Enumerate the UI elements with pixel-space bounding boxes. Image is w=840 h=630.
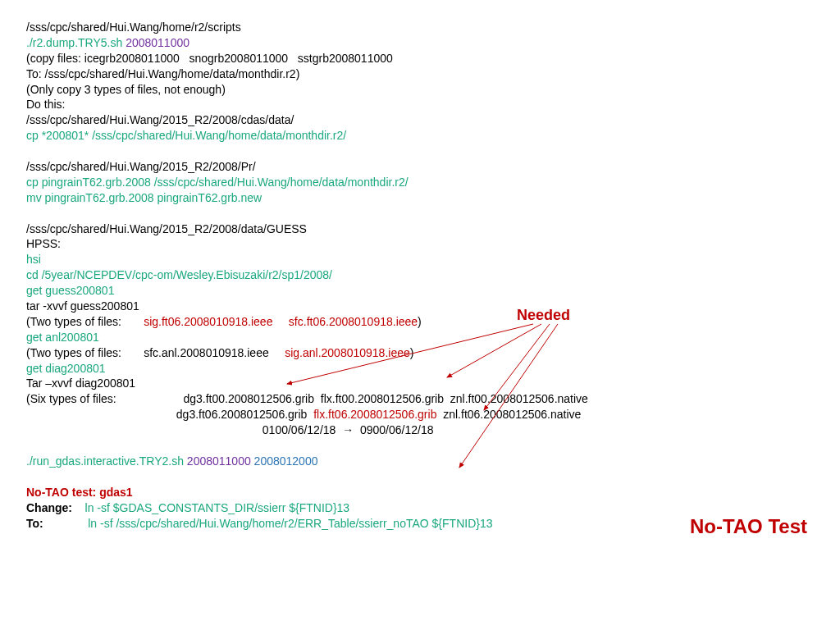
line: cd /5year/NCEPDEV/cpc-om/Wesley.Ebisuzak…: [26, 267, 814, 283]
text: ./run_gdas.interactive.TRY2.sh: [26, 454, 187, 468]
text: cd /5year/NCEPDEV/cpc-om/Wesley.Ebisuzak…: [26, 268, 332, 281]
text: 2008011000: [126, 36, 189, 49]
text: get guess200801: [26, 284, 114, 297]
text: Do this:: [26, 98, 65, 111]
text: 0100/06/12/18 → 0900/06/12/18: [26, 423, 433, 436]
line: To: /sss/cpc/shared/Hui.Wang/home/data/m…: [26, 66, 814, 82]
text: 2008012000: [254, 454, 318, 468]
line: (Six types of files: dg3.ft00.2008012506…: [26, 391, 814, 407]
text: cp pingrainT62.grb.2008 /sss/cpc/shared/…: [26, 176, 409, 189]
line: cp pingrainT62.grb.2008 /sss/cpc/shared/…: [26, 175, 814, 190]
text: (Two types of files: sfc.anl.2008010918.…: [26, 346, 285, 359]
text: Tar –xvvf diag200801: [26, 377, 135, 390]
heading: No-TAO test: gdas1: [26, 486, 133, 499]
text: flx.ft06.2008012506.grib: [313, 408, 436, 421]
text: (Only copy 3 types of files, not enough): [26, 83, 226, 96]
line: /sss/cpc/shared/Hui.Wang/home/r2/scripts: [26, 20, 814, 35]
line: ./run_gdas.interactive.TRY2.sh 200801100…: [26, 454, 814, 469]
needed-label: Needed: [517, 305, 570, 325]
text: 2008011000: [187, 454, 254, 468]
line: dg3.ft06.2008012506.grib flx.ft06.200801…: [26, 407, 814, 422]
line: (Only copy 3 types of files, not enough): [26, 82, 814, 98]
line: /sss/cpc/shared/Hui.Wang/2015_R2/2008/da…: [26, 221, 814, 237]
line: /sss/cpc/shared/Hui.Wang/2015_R2/2008/Pr…: [26, 159, 814, 175]
blank: [26, 469, 814, 485]
text: hsi: [26, 253, 41, 266]
line: (Two types of files: sfc.anl.2008010918.…: [26, 345, 814, 361]
blank: [26, 206, 814, 221]
text: /sss/cpc/shared/Hui.Wang/home/r2/scripts: [26, 21, 241, 34]
label: To:: [26, 517, 43, 530]
text: (Two types of files:: [26, 315, 144, 328]
line: ./r2.dump.TRY5.sh 2008011000: [26, 35, 814, 51]
text: To: /sss/cpc/shared/Hui.Wang/home/data/m…: [26, 67, 299, 80]
text: tar -xvvf guess200801: [26, 299, 139, 313]
text: /sss/cpc/shared/Hui.Wang/2015_R2/2008/cd…: [26, 113, 294, 126]
text: (Six types of files: dg3.ft00.2008012506…: [26, 392, 588, 405]
line: HPSS:: [26, 236, 814, 252]
line: get anl200801: [26, 330, 814, 345]
line: cp *200801* /sss/cpc/shared/Hui.Wang/hom…: [26, 128, 814, 144]
text: znl.ft06.2008012506.native: [436, 408, 581, 421]
text: HPSS:: [26, 237, 61, 250]
blank: [26, 144, 814, 159]
text: /sss/cpc/shared/Hui.Wang/2015_R2/2008/da…: [26, 222, 307, 235]
text: sig.ft06.2008010918.ieee sfc.ft06.200801…: [144, 315, 418, 328]
line: hsi: [26, 252, 814, 267]
blank: [26, 438, 814, 454]
text: sig.anl.2008010918.ieee: [285, 346, 410, 359]
line: /sss/cpc/shared/Hui.Wang/2015_R2/2008/cd…: [26, 112, 814, 128]
text: get diag200801: [26, 362, 106, 375]
line: get diag200801: [26, 361, 814, 377]
text: ./r2.dump.TRY5.sh: [26, 36, 126, 49]
line: No-TAO test: gdas1: [26, 485, 814, 500]
text: cp *200801* /sss/cpc/shared/Hui.Wang/hom…: [26, 129, 346, 142]
text: mv pingrainT62.grb.2008 pingrainT62.grb.…: [26, 191, 262, 204]
line: get guess200801: [26, 283, 814, 299]
line: (Two types of files: sig.ft06.2008010918…: [26, 314, 814, 330]
line: Do this:: [26, 97, 814, 112]
text: dg3.ft06.2008012506.grib: [26, 408, 313, 421]
line: Tar –xvvf diag200801: [26, 376, 814, 391]
text: ): [410, 346, 414, 359]
text: ln -sf $GDAS_CONSTANTS_DIR/ssierr ${FTNI…: [72, 501, 349, 514]
text: get anl200801: [26, 331, 99, 344]
label: Change:: [26, 501, 72, 514]
line: 0100/06/12/18 → 0900/06/12/18: [26, 422, 814, 438]
text: (copy files: icegrb2008011000 snogrb2008…: [26, 52, 393, 65]
no-tao-test-label: No-TAO Test: [690, 514, 807, 540]
text: ): [418, 315, 422, 328]
line: mv pingrainT62.grb.2008 pingrainT62.grb.…: [26, 190, 814, 206]
text: /sss/cpc/shared/Hui.Wang/2015_R2/2008/Pr…: [26, 160, 256, 173]
text: ln -sf /sss/cpc/shared/Hui.Wang/home/r2/…: [43, 517, 493, 530]
line: (copy files: icegrb2008011000 snogrb2008…: [26, 51, 814, 66]
line: tar -xvvf guess200801: [26, 299, 814, 314]
